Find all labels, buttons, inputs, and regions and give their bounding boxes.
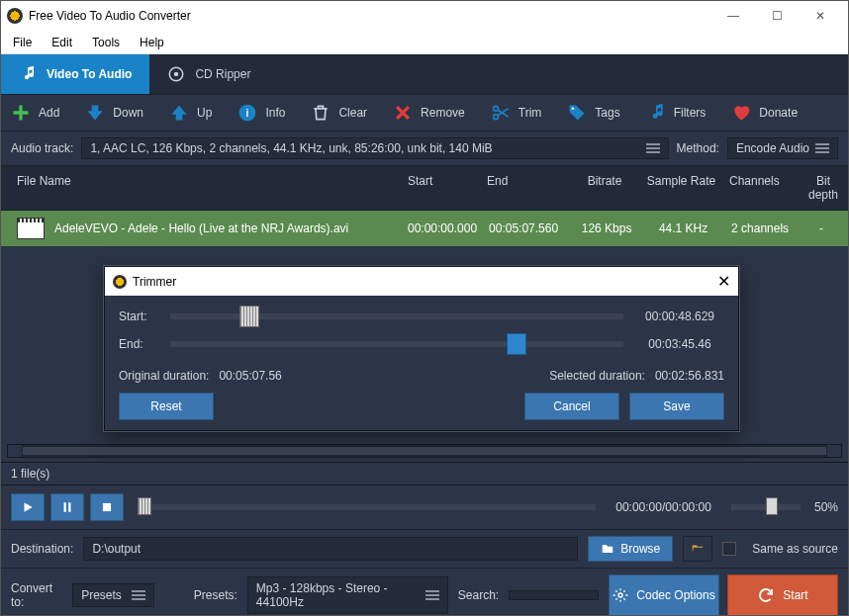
col-end[interactable]: End [481, 170, 570, 206]
pause-icon [60, 500, 74, 514]
end-label: End: [119, 337, 158, 351]
scroll-left-button[interactable] [8, 445, 22, 457]
pause-button[interactable] [50, 493, 84, 521]
method-label: Method: [677, 141, 719, 155]
selected-duration-value: 00:02:56.831 [655, 369, 724, 383]
window-maximize-button[interactable]: ☐ [755, 1, 799, 31]
play-icon [21, 500, 35, 514]
presets-label: Presets: [194, 588, 237, 602]
presets-combo[interactable]: Mp3 - 128kbps - Stereo - 44100Hz [247, 576, 448, 614]
plus-icon [11, 103, 31, 123]
audiotrack-row: Audio track: 1, AAC LC, 126 Kbps, 2 chan… [1, 132, 848, 166]
dialog-close-button[interactable]: ✕ [717, 272, 730, 291]
slider-handle[interactable] [239, 306, 259, 327]
codec-options-button[interactable]: Codec Options [609, 574, 719, 616]
menu-help[interactable]: Help [132, 33, 172, 52]
playback-slider[interactable] [138, 504, 596, 510]
menu-file[interactable]: File [5, 33, 40, 52]
col-start[interactable]: Start [402, 170, 481, 206]
volume-slider[interactable] [731, 504, 801, 510]
start-slider[interactable] [170, 313, 623, 319]
menubar: File Edit Tools Help [1, 31, 848, 54]
app-logo-icon [113, 275, 127, 289]
dialog-titlebar: Trimmer ✕ [105, 267, 738, 296]
stop-button[interactable] [90, 493, 124, 521]
menu-icon [132, 590, 145, 600]
horizontal-scrollbar[interactable] [7, 444, 842, 458]
toolbar: Add Down Up iInfo Clear Remove Trim Tags… [1, 94, 848, 132]
destination-row: Destination: D:\output Browse Same as so… [1, 529, 848, 568]
save-button[interactable]: Save [629, 393, 724, 420]
search-label: Search: [458, 588, 499, 602]
convert-to-combo[interactable]: Presets [72, 583, 154, 607]
dialog-title: Trimmer [133, 275, 176, 289]
end-slider[interactable] [170, 341, 623, 347]
remove-button[interactable]: Remove [393, 103, 465, 123]
music-note-icon [19, 65, 37, 83]
up-button[interactable]: Up [169, 103, 212, 123]
arrow-down-icon [85, 103, 105, 123]
info-icon: i [237, 103, 257, 123]
col-samplerate[interactable]: Sample Rate [639, 170, 723, 206]
slider-handle[interactable] [507, 333, 526, 355]
clear-button[interactable]: Clear [311, 103, 367, 123]
scissors-icon [491, 103, 511, 123]
col-filename[interactable]: File Name [11, 170, 402, 206]
convert-label: Convert to: [11, 581, 62, 609]
window-title: Free Video To Audio Converter [29, 9, 191, 23]
menu-edit[interactable]: Edit [44, 33, 80, 52]
cancel-button[interactable]: Cancel [524, 393, 619, 420]
menu-icon [646, 143, 660, 153]
same-as-source-label: Same as source [752, 542, 838, 556]
scroll-right-button[interactable] [827, 445, 841, 457]
playback-time: 00:00:00/00:00:00 [615, 500, 711, 514]
heart-icon [731, 103, 751, 123]
play-button[interactable] [11, 493, 45, 521]
x-icon [393, 103, 413, 123]
folder-icon [601, 542, 614, 556]
window-minimize-button[interactable]: — [711, 1, 755, 31]
end-value[interactable]: 00:03:45.46 [635, 337, 724, 351]
search-input[interactable] [509, 590, 599, 600]
info-button[interactable]: iInfo [237, 103, 285, 123]
trim-button[interactable]: Trim [491, 103, 542, 123]
window-close-button[interactable]: ✕ [799, 1, 842, 31]
destination-input[interactable]: D:\output [83, 537, 578, 561]
trash-icon [311, 103, 330, 123]
player-bar: 00:00:00/00:00:00 50% [1, 485, 848, 529]
trimmer-dialog: Trimmer ✕ Start: 00:00:48.629 End: 00:03… [104, 266, 739, 431]
tags-button[interactable]: Tags [567, 103, 619, 123]
start-slider-row: Start: 00:00:48.629 [119, 309, 724, 323]
open-folder-button[interactable] [683, 536, 712, 562]
slider-handle[interactable] [138, 497, 151, 515]
col-bitrate[interactable]: Bitrate [570, 170, 639, 206]
svg-point-6 [572, 108, 575, 111]
scroll-track[interactable] [23, 447, 826, 455]
add-button[interactable]: Add [11, 103, 59, 123]
tab-video-to-audio[interactable]: Video To Audio [1, 54, 149, 94]
audiotrack-label: Audio track: [11, 141, 73, 155]
tab-cd-ripper[interactable]: CD Ripper [149, 54, 268, 94]
browse-button[interactable]: Browse [588, 536, 673, 562]
same-as-source-checkbox[interactable] [722, 542, 736, 556]
slider-handle[interactable] [766, 497, 778, 515]
col-bitdepth[interactable]: Bit depth [802, 170, 844, 206]
col-channels[interactable]: Channels [723, 170, 802, 206]
method-combo[interactable]: Encode Audio [727, 137, 838, 159]
filters-button[interactable]: Filters [646, 103, 707, 123]
menu-icon [815, 143, 829, 153]
table-row[interactable]: AdeleVEVO - Adele - Hello (Live at the N… [1, 211, 848, 246]
reset-button[interactable]: Reset [119, 393, 214, 420]
start-value[interactable]: 00:00:48.629 [635, 309, 724, 323]
original-duration-label: Original duration: [119, 369, 209, 383]
donate-button[interactable]: Donate [731, 103, 798, 123]
audiotrack-combo[interactable]: 1, AAC LC, 126 Kbps, 2 channels, 44.1 KH… [81, 137, 668, 159]
menu-tools[interactable]: Tools [84, 33, 128, 52]
stop-icon [100, 500, 114, 514]
start-button[interactable]: Start [727, 574, 838, 616]
arrow-up-icon [169, 103, 189, 123]
main-tabs: Video To Audio CD Ripper [1, 54, 848, 94]
convert-row: Convert to: Presets Presets: Mp3 - 128kb… [1, 568, 848, 616]
down-button[interactable]: Down [85, 103, 143, 123]
end-slider-row: End: 00:03:45.46 [119, 337, 724, 351]
